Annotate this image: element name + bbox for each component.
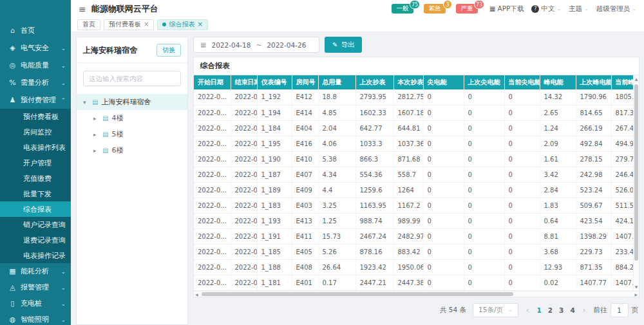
breadcrumb-tab[interactable]: 综合报表 × [157, 19, 207, 30]
sidebar-subitem[interactable]: 电表操作列表 [0, 140, 71, 155]
user-menu[interactable]: 超级管理员 ⌄ [596, 5, 636, 14]
page-number[interactable]: 2 [548, 306, 553, 314]
table-cell: 1_188 [257, 259, 292, 275]
export-label: 导出 [341, 41, 354, 50]
sidebar-item[interactable]: ◎ 电能质量 ⌄ [0, 57, 71, 74]
prepaid-management-icon: ♟ [8, 96, 17, 104]
globe-icon: ? [531, 5, 539, 13]
sidebar-subitem-label: 电表操作列表 [23, 143, 66, 153]
close-icon[interactable]: × [144, 21, 149, 28]
scroll-down-icon[interactable]: ▼ [634, 283, 639, 291]
page-number[interactable]: 3 [559, 306, 564, 314]
alarm-badge[interactable]: 紧急 3 [424, 4, 446, 14]
sidebar-submenu: 预付费看板 房间监控 电表操作列表 开户管理 充值缴费 批量下发 综合报表 [0, 109, 71, 263]
app-download-link[interactable]: ▦ APP下载 [489, 5, 524, 14]
sidebar-subitem[interactable]: 批量下发 [0, 186, 71, 201]
table-cell: 2022-0... [194, 105, 231, 120]
sidebar-subitem[interactable]: 开户管理 [0, 155, 71, 171]
chevron-down-icon: ⌄ [508, 307, 513, 313]
sidebar-subitem[interactable]: 房间监控 [0, 124, 71, 140]
alarm-badge[interactable]: 一般 75 [392, 4, 413, 14]
sidebar-subitem[interactable]: 销户记录查询 [0, 217, 71, 232]
sidebar-subitem[interactable]: 充值缴费 [0, 171, 71, 186]
tree-node[interactable]: ▸ ▤ 5楼 [77, 126, 187, 142]
sidebar-item[interactable]: ♟ 预付费管理 ⌃ [0, 91, 71, 109]
table-cell: E411 [292, 228, 318, 244]
chevron-icon: ⌄ [61, 284, 66, 291]
next-page-button[interactable]: › [582, 306, 587, 315]
sidebar-item[interactable]: ▯ 充电桩 ⌄ [0, 295, 71, 311]
table-cell: E401 [292, 275, 318, 290]
report-content: ▦ 2022-04-18 ~ 2022-04-26 ✎ 导出 综合报表 开始日期… [193, 37, 639, 325]
sidebar-item[interactable]: ◬ 报警管理 ⌄ [0, 279, 71, 295]
export-button[interactable]: ✎ 导出 [325, 37, 362, 53]
page-number[interactable]: 4 [570, 306, 574, 314]
prev-page-button[interactable]: ‹ [525, 306, 531, 315]
table-cell: 0 [504, 136, 540, 151]
table-cell: 2022-0... [194, 151, 231, 167]
table-cell: E413 [292, 213, 318, 228]
header-right: 一般 75 紧急 3 严重 73 ▦ APP下载 ? 中文 ⌄ [392, 4, 636, 14]
language-menu[interactable]: ? 中文 ⌄ [531, 5, 561, 14]
page-size-select[interactable]: 15条/页 ⌄ [473, 303, 518, 317]
sidebar-item-label: 需量分析 [21, 78, 49, 88]
tree-search [83, 71, 181, 86]
table-row: 2022-0...2022-04-26 ...1_188E40826.64192… [194, 259, 639, 275]
sidebar-subitem[interactable]: 电表操作记录 [0, 248, 71, 263]
hamburger-icon[interactable]: ≡ [79, 5, 86, 14]
tree-node-root[interactable]: ▾ ▤ 上海安科瑞宿舍 [77, 94, 187, 110]
sidebar-item[interactable]: ◈ 电气安全 ⌄ [0, 39, 71, 57]
breadcrumb-tab[interactable]: 首页 [77, 19, 100, 30]
scroll-up-icon[interactable]: ▲ [634, 75, 639, 83]
date-start-value[interactable]: 2022-04-18 [211, 41, 251, 49]
scroll-left-icon[interactable]: ◀ [195, 292, 198, 297]
alarm-badge[interactable]: 严重 73 [456, 4, 478, 14]
table-cell: 0 [504, 198, 540, 213]
table-cell: 2.65 [540, 105, 576, 120]
sidebar-item[interactable]: ⌂ 首页 [0, 22, 71, 39]
sidebar-subitem[interactable]: 退费记录查询 [0, 232, 71, 248]
floor-icon: ▤ [102, 147, 108, 154]
main-area: 上海安科瑞宿舍 切换 ▾ ▤ 上海安科瑞宿舍 ▸ ▤ 4楼 [71, 32, 644, 325]
switch-button[interactable]: 切换 [156, 44, 181, 57]
horizontal-scroll-thumb[interactable] [202, 292, 513, 296]
tree-node[interactable]: ▸ ▤ 6楼 [77, 142, 187, 158]
sidebar-item-label: 电能质量 [21, 60, 49, 70]
tree-search-input[interactable] [83, 71, 181, 86]
theme-menu[interactable]: 主题 ⌄ [569, 5, 589, 14]
chevron-icon: ⌄ [61, 62, 66, 69]
date-range-picker[interactable]: ▦ 2022-04-18 ~ 2022-04-26 [193, 37, 319, 53]
smart-lighting-icon: ◍ [8, 315, 17, 324]
alarm-badges: 一般 75 紧急 3 严重 73 [392, 4, 478, 14]
sidebar-item[interactable]: ◍ 智能照明 ⌄ [0, 311, 71, 325]
demand-analysis-icon: % [8, 79, 17, 87]
table-cell: 492.84 [576, 136, 611, 151]
sidebar-subitem[interactable]: 综合报表 [0, 201, 71, 217]
page-number[interactable]: 1 [536, 306, 541, 314]
goto-label: 前往 [594, 306, 607, 315]
sidebar-item[interactable]: % 需量分析 ⌄ [0, 74, 71, 91]
vertical-scrollbar[interactable]: ▲ ▼ [633, 75, 639, 291]
table-cell: 0 [504, 167, 540, 182]
close-icon[interactable]: × [197, 21, 202, 28]
horizontal-scrollbar[interactable]: ◀ ▶ [194, 291, 639, 297]
table-cell: 8.81 [540, 228, 576, 244]
table-cell: 0 [464, 259, 504, 275]
sidebar-menu-top: ⌂ 首页 ◈ 电气安全 ⌄ ◎ 电能质量 ⌄ % 需量分析 ⌄ [0, 0, 71, 109]
sidebar-subitem[interactable]: 预付费看板 [0, 109, 71, 124]
table-cell: 2022-04-26 ... [231, 259, 257, 275]
sidebar-item[interactable]: ▦ 能耗分析 ⌄ [0, 263, 71, 279]
scroll-right-icon[interactable]: ▶ [634, 292, 638, 297]
tree-node[interactable]: ▸ ▤ 4楼 [77, 110, 187, 126]
caret-down-icon: ▾ [83, 99, 89, 106]
floor-icon: ▤ [102, 115, 108, 122]
table-cell: 0 [423, 136, 464, 151]
table-cell: E410 [292, 151, 318, 167]
breadcrumb-tab[interactable]: 预付费看板 × [104, 19, 154, 30]
table-cell: 1264 [393, 182, 423, 198]
date-end-value[interactable]: 2022-04-26 [267, 41, 306, 49]
table-cell: 423.54 [576, 213, 611, 228]
vertical-scroll-thumb[interactable] [634, 84, 638, 261]
table-cell: 242.98 [576, 167, 611, 182]
goto-page-input[interactable] [611, 303, 629, 317]
